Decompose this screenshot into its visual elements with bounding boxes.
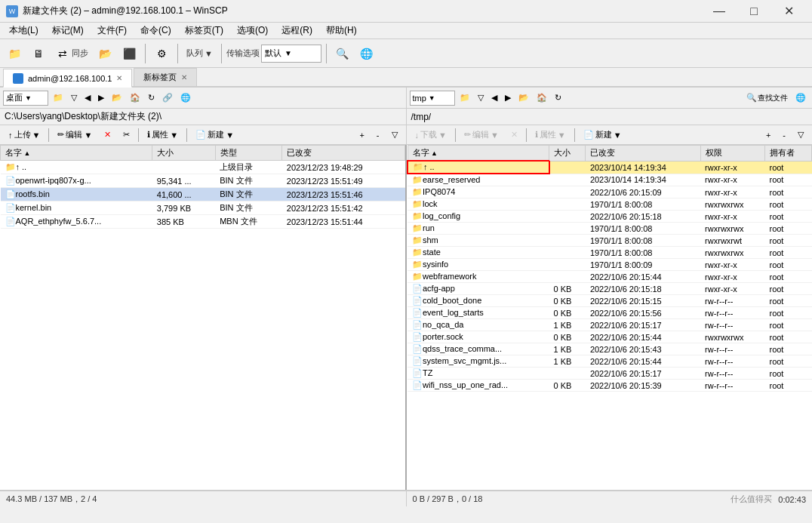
right-refresh-btn[interactable]: ↻ xyxy=(552,90,564,106)
menu-command[interactable]: 命令(C) xyxy=(134,23,177,38)
toolbar-remotedir-btn[interactable]: 🖥 xyxy=(27,42,50,65)
left-delete-btn[interactable]: ✕ xyxy=(99,127,116,143)
right-file-row[interactable]: 📄qdss_trace_comma... 1 KB 2022/10/6 20:1… xyxy=(408,343,812,355)
close-button[interactable]: ✕ xyxy=(771,0,806,23)
menu-tab[interactable]: 标签页(T) xyxy=(179,23,229,38)
right-delete-btn[interactable]: ✕ xyxy=(506,127,523,143)
toolbar-queue-btn[interactable]: 队列 ▼ xyxy=(183,42,217,65)
left-file-row[interactable]: 📄openwrt-ipq807x-g... 95,341 ... BIN 文件 … xyxy=(1,174,405,188)
right-file-row[interactable]: 📁IPQ8074 2022/10/6 20:15:09 rwxr-xr-x ro… xyxy=(408,186,812,198)
tab-session1[interactable]: admin@192.168.100.1 ✕ xyxy=(3,69,132,88)
left-folder-btn[interactable]: 📁 xyxy=(50,90,66,106)
transfer-options-dropdown[interactable]: 默认 ▼ xyxy=(261,45,321,63)
toolbar-settings-btn[interactable]: ⚙ xyxy=(150,42,173,65)
right-file-row[interactable]: 📁lock 1970/1/1 8:00:08 rwxrwxrwx root xyxy=(408,198,812,211)
left-file-modified: 2023/12/23 15:51:49 xyxy=(282,174,405,188)
right-file-row[interactable]: 📄wifi_nss_up_one_rad... 0 KB 2022/10/6 2… xyxy=(408,380,812,392)
right-file-row[interactable]: 📁log_config 2022/10/6 20:15:18 rwxr-xr-x… xyxy=(408,211,812,223)
right-toolbar-icon2[interactable]: 🏠 xyxy=(534,90,550,106)
right-file-owner: root xyxy=(764,295,811,307)
menu-local[interactable]: 本地(L) xyxy=(3,23,45,38)
left-rename-btn[interactable]: ✂ xyxy=(118,127,135,143)
right-filter-btn[interactable]: ▽ xyxy=(475,90,487,106)
toolbar-icon4[interactable]: ⬛ xyxy=(118,42,140,65)
right-col-name[interactable]: 名字 xyxy=(408,146,549,162)
maximize-button[interactable]: □ xyxy=(737,0,771,23)
tab-new[interactable]: 新标签页 ✕ xyxy=(134,68,197,86)
left-toolbar-icon3[interactable]: 🔗 xyxy=(159,90,176,106)
open-icon: 📂 xyxy=(97,46,112,61)
right-file-row[interactable]: 📁run 1970/1/1 8:00:08 rwxrwxrwx root xyxy=(408,223,812,235)
left-toolbar-icon4[interactable]: 🌐 xyxy=(177,90,194,106)
toolbar-localdir-btn[interactable]: 📁 xyxy=(3,42,26,65)
right-file-row[interactable]: 📄acfg-app 0 KB 2022/10/6 20:15:18 rwxr-x… xyxy=(408,283,812,295)
tab-close-btn[interactable]: ✕ xyxy=(116,74,122,82)
menu-mark[interactable]: 标记(M) xyxy=(46,23,90,38)
left-file-row[interactable]: 📁↑ .. 上级目录 2023/12/23 19:48:29 xyxy=(1,161,405,174)
right-file-row[interactable]: 📄cold_boot_done 0 KB 2022/10/6 20:15:15 … xyxy=(408,295,812,307)
toolbar-find-btn[interactable]: 🔍 xyxy=(331,42,354,65)
right-file-row[interactable]: 📄porter.sock 0 KB 2022/10/6 20:15:44 rwx… xyxy=(408,331,812,343)
left-upload-btn[interactable]: ↑ 上传 ▼ xyxy=(3,127,45,143)
left-filter-btn[interactable]: ▽ xyxy=(68,90,80,106)
right-properties-btn[interactable]: ℹ 属性 ▼ xyxy=(530,127,571,143)
right-dec-btn[interactable]: - xyxy=(777,127,791,143)
left-edit-btn[interactable]: ✏ 编辑 ▼ xyxy=(52,127,97,143)
right-inc-btn[interactable]: + xyxy=(761,127,776,143)
left-location-dropdown[interactable]: 桌面 ▼ xyxy=(3,91,48,106)
right-file-row[interactable]: 📁webframework 2022/10/6 20:15:44 rwxr-xr… xyxy=(408,271,812,283)
right-toolbar-icon3[interactable]: 🌐 xyxy=(792,90,809,106)
left-fwd-btn[interactable]: ▶ xyxy=(95,90,107,106)
right-fwd-btn[interactable]: ▶ xyxy=(502,90,514,106)
left-col-name[interactable]: 名字 xyxy=(1,146,152,161)
left-toolbar-icon1[interactable]: 📂 xyxy=(109,90,125,106)
right-file-row[interactable]: 📄no_qca_da 1 KB 2022/10/6 20:15:17 rw-r-… xyxy=(408,319,812,331)
right-file-row[interactable]: 📁↑ .. 2023/10/14 14:19:34 rwxr-xr-x root xyxy=(408,161,812,174)
right-back-btn[interactable]: ◀ xyxy=(488,90,500,106)
toolbar-sync-btn[interactable]: ⇄ 同步 xyxy=(51,42,92,65)
right-new-btn[interactable]: 📄 新建 ▼ xyxy=(578,127,627,143)
right-file-row[interactable]: 📁sysinfo 1970/1/1 8:00:09 rwxr-xr-x root xyxy=(408,259,812,271)
left-file-row[interactable]: 📄kernel.bin 3,799 KB BIN 文件 2023/12/23 1… xyxy=(1,202,405,215)
left-refresh-btn[interactable]: ↻ xyxy=(145,90,158,106)
right-col-size[interactable]: 大小 xyxy=(549,146,586,162)
right-file-row[interactable]: 📄TZ 2022/10/6 20:15:17 rw-r--r-- root xyxy=(408,368,812,380)
right-file-row[interactable]: 📁state 1970/1/1 8:00:08 rwxrwxrwx root xyxy=(408,247,812,259)
right-edit-btn[interactable]: ✏ 编辑 ▼ xyxy=(459,127,504,143)
right-file-row[interactable]: 📁shm 1970/1/1 8:00:08 rwxrwxrwt root xyxy=(408,235,812,247)
menu-options[interactable]: 选项(O) xyxy=(231,23,274,38)
right-file-row[interactable]: 📄event_log_starts 0 KB 2022/10/6 20:15:5… xyxy=(408,307,812,319)
right-toolbar-icon1[interactable]: 📂 xyxy=(515,90,532,106)
menu-file[interactable]: 文件(F) xyxy=(91,23,133,38)
left-toolbar-icon2[interactable]: 🏠 xyxy=(127,90,143,106)
left-properties-btn[interactable]: ℹ 属性 ▼ xyxy=(142,127,183,143)
left-inc-btn[interactable]: + xyxy=(354,127,369,143)
left-dec-btn[interactable]: - xyxy=(371,127,385,143)
menu-help[interactable]: 帮助(H) xyxy=(320,23,363,38)
right-download-btn[interactable]: ↓ 下载 ▼ xyxy=(410,127,452,143)
left-new-btn[interactable]: 📄 新建 ▼ xyxy=(190,127,239,143)
left-col-modified[interactable]: 已改变 xyxy=(282,146,405,161)
toolbar-icon3[interactable]: 📂 xyxy=(94,42,116,65)
left-col-size[interactable]: 大小 xyxy=(152,146,215,161)
left-col-type[interactable]: 类型 xyxy=(215,146,282,161)
left-file-row[interactable]: 📄AQR_ethphyfw_5.6.7... 385 KB MBN 文件 202… xyxy=(1,215,405,229)
right-file-list[interactable]: 名字 大小 已改变 权限 拥有者 📁↑ .. 2023/10/14 14:19:… xyxy=(407,145,812,490)
right-folder-btn[interactable]: 📁 xyxy=(457,90,473,106)
right-file-row[interactable]: 📁earse_reserved 2023/10/14 14:19:34 rwxr… xyxy=(408,174,812,186)
tab-new-close-btn[interactable]: ✕ xyxy=(181,73,187,82)
right-col-perms[interactable]: 权限 xyxy=(700,146,764,162)
menu-remote[interactable]: 远程(R) xyxy=(275,23,318,38)
minimize-button[interactable]: — xyxy=(702,0,737,23)
left-back-btn[interactable]: ◀ xyxy=(82,90,94,106)
toolbar-icon5[interactable]: 🌐 xyxy=(355,42,378,65)
right-col-owner[interactable]: 拥有者 xyxy=(764,146,811,162)
left-filter2-btn[interactable]: ▽ xyxy=(386,127,403,143)
left-file-list[interactable]: 名字 大小 类型 已改变 📁↑ .. 上级目录 2023/12/23 19:48… xyxy=(0,145,407,490)
right-filter2-btn[interactable]: ▽ xyxy=(792,127,809,143)
right-file-row[interactable]: 📄system_svc_mgmt.js... 1 KB 2022/10/6 20… xyxy=(408,355,812,368)
right-find-btn[interactable]: 🔍 查找文件 xyxy=(743,90,791,106)
left-file-row[interactable]: 📄rootfs.bin 41,600 ... BIN 文件 2023/12/23… xyxy=(1,188,405,202)
right-col-modified[interactable]: 已改变 xyxy=(586,146,700,162)
right-location-dropdown[interactable]: tmp ▼ xyxy=(410,91,455,106)
